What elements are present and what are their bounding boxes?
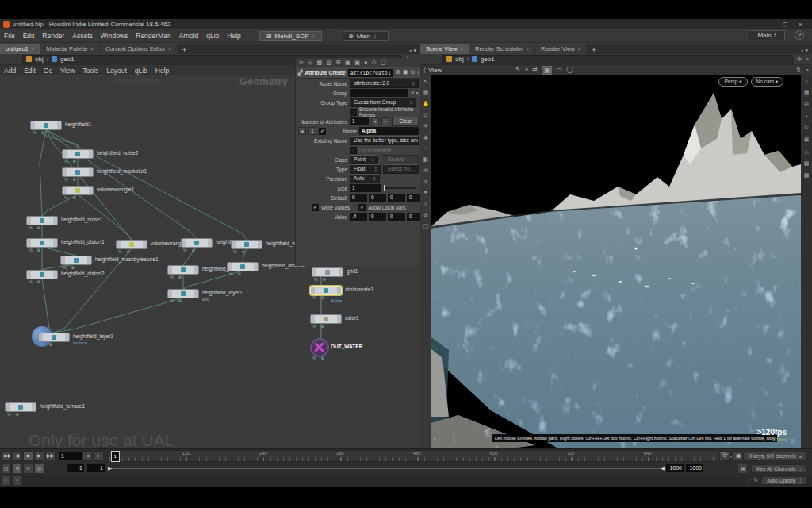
grid-icon[interactable]: ▦ bbox=[316, 59, 322, 67]
list-item[interactable]: ⌁ bbox=[424, 145, 427, 152]
maximize-button[interactable]: □ bbox=[783, 21, 787, 29]
list-item[interactable]: ↻ bbox=[804, 125, 809, 131]
pin-icon[interactable]: ✛ bbox=[796, 56, 802, 63]
list-item[interactable]: ◬ bbox=[423, 201, 427, 207]
pane-menu-icon[interactable]: ▪ ▾ bbox=[801, 47, 812, 54]
list-item[interactable]: ⊞ bbox=[804, 102, 809, 108]
list-item[interactable]: ⟲ bbox=[423, 167, 428, 174]
desktop-selector[interactable]: ⊞ Mehdi_SOP↕ bbox=[259, 31, 322, 41]
message-icon[interactable]: ▫ bbox=[12, 475, 22, 486]
attr-add-button[interactable]: + bbox=[371, 117, 379, 125]
encode-checkbox[interactable]: ✓ bbox=[350, 109, 357, 116]
move-tool-icon[interactable]: ⇄ bbox=[532, 66, 538, 75]
default-z-field[interactable]: 0 bbox=[388, 194, 405, 202]
play-reverse-button[interactable]: ◀ bbox=[12, 451, 22, 461]
list-item[interactable]: ⊙ bbox=[411, 69, 416, 77]
clear-button[interactable]: Clear bbox=[392, 117, 419, 126]
node-name-field[interactable]: attribcreate1 bbox=[348, 69, 393, 77]
value-y-field[interactable]: 0 bbox=[369, 213, 386, 221]
list-item[interactable]: Assets bbox=[68, 30, 97, 41]
node-color1[interactable]: color1% ⊕ bbox=[310, 314, 342, 324]
size-field[interactable]: 1 bbox=[350, 184, 381, 192]
local-variable-checkbox[interactable]: ✓ bbox=[350, 147, 357, 154]
node-heightfield_layer2[interactable]: heightfield_layer2% ⊕replace bbox=[38, 333, 70, 342]
list-item[interactable]: ◉ bbox=[423, 134, 428, 140]
list-item[interactable]: ▩ bbox=[804, 160, 810, 167]
select-tool-icon[interactable]: ↖ bbox=[515, 66, 521, 75]
cook-icon[interactable]: ◌ bbox=[747, 478, 750, 483]
prev-key-button[interactable]: ◂ bbox=[82, 451, 93, 461]
scene-viewport[interactable]: ↖▦✋⊙✛◉⌁◧⟲♒⚑◬⊕▢ ⌂▦⊞◔↻▣◬▩▦ bbox=[420, 75, 812, 448]
next-key-button[interactable]: ▸ bbox=[94, 451, 104, 461]
range-start-field[interactable]: 1 bbox=[67, 464, 84, 472]
node-heightfield1[interactable]: heightfield1% ⊕ bbox=[30, 121, 62, 130]
asset-name-dropdown[interactable]: attribcreate::2.0↕ bbox=[350, 79, 419, 88]
layout-icon[interactable]: ⇅ bbox=[795, 67, 801, 74]
node-heightfield_maskblur1[interactable]: heightfield_maskblur1% ⊕ bbox=[62, 167, 94, 177]
flag-yellow-icon[interactable]: ▣ bbox=[345, 59, 350, 67]
list-item[interactable]: ▦ bbox=[804, 90, 810, 96]
snapshot-icon[interactable]: ◔ bbox=[805, 56, 809, 63]
value-x-field[interactable]: .4 bbox=[350, 213, 367, 221]
playhead[interactable]: 1 bbox=[111, 451, 120, 462]
node-volumewrangle1[interactable]: volumewrangle1% ⊕ bbox=[62, 186, 94, 195]
default-y-field[interactable]: 0 bbox=[369, 194, 386, 202]
refresh-icon[interactable]: ↻ bbox=[753, 477, 758, 483]
list-item[interactable]: RenderMan bbox=[132, 30, 174, 41]
list-item[interactable]: ▦ bbox=[804, 172, 810, 179]
range-end-field-b[interactable]: 1000 bbox=[686, 464, 703, 472]
anim-options-icon[interactable]: ◎ bbox=[34, 464, 44, 474]
list-item[interactable]: ▦ bbox=[423, 90, 429, 96]
size-slider[interactable] bbox=[384, 187, 416, 189]
allow-local-vars-checkbox[interactable]: ✓ bbox=[358, 204, 366, 211]
go-to-end-button[interactable]: ▶▶ bbox=[45, 451, 56, 461]
list-item[interactable]: Help bbox=[223, 30, 244, 41]
list-item[interactable]: ⚙ bbox=[396, 69, 400, 77]
back-icon[interactable]: ← bbox=[3, 56, 10, 63]
lasso-tool-icon[interactable]: ⌖ bbox=[525, 66, 529, 75]
camera-select-button[interactable]: No cam ▾ bbox=[751, 77, 783, 87]
list-item[interactable]: Windows bbox=[97, 30, 132, 41]
node-heightfield_distort4[interactable]: heightfield_distort4% ⊕ bbox=[227, 262, 259, 271]
minimize-button[interactable]: — bbox=[764, 21, 772, 29]
keys-info-button[interactable]: 0 keys, 0/0 channels▴ bbox=[743, 452, 807, 461]
list-item[interactable]: ♒ bbox=[423, 179, 428, 185]
list-item[interactable]: Edit bbox=[20, 66, 40, 75]
list-item[interactable]: File bbox=[0, 30, 19, 41]
add-view-icon[interactable]: ⊞ bbox=[335, 59, 340, 67]
tab-material-palette[interactable]: Material Palette× bbox=[40, 44, 99, 54]
play-button[interactable]: ▶ bbox=[34, 451, 44, 461]
node-heightfield_maskbyfeature1[interactable]: heightfield_maskbyfeature1% ⊕ bbox=[60, 256, 92, 265]
desktop-main-dropdown[interactable]: ⊕ Main↕ bbox=[343, 31, 389, 41]
stop-button[interactable]: ■ bbox=[23, 451, 33, 461]
timeline-ruler[interactable]: 1 120 240 360 480 600 720 840 960 bbox=[109, 450, 719, 462]
snap-icon[interactable]: ✂ bbox=[299, 59, 304, 67]
new-tab-button[interactable]: + bbox=[178, 46, 191, 54]
tab-obj-geo1[interactable]: obj/geo1× bbox=[0, 44, 40, 54]
value-z-field[interactable]: 0 bbox=[388, 213, 405, 221]
handles-tool-icon[interactable]: ▣ bbox=[542, 66, 553, 75]
node-heightfield_noise4[interactable]: heightfield_noise4% ⊕ bbox=[231, 240, 262, 249]
attr-name-field[interactable]: Alpha bbox=[359, 127, 419, 135]
search-icon[interactable]: ⊙ bbox=[372, 59, 377, 67]
view-mode-label[interactable]: View bbox=[426, 67, 442, 74]
flag-blue-icon[interactable]: ▣ bbox=[354, 59, 360, 67]
default-x-field[interactable]: 0 bbox=[350, 194, 367, 202]
forward-icon[interactable]: → bbox=[13, 56, 19, 63]
node-attribcreate1[interactable]: attribcreate1% ⊕Alpha bbox=[310, 286, 342, 295]
range-start-field-b[interactable]: 1 bbox=[87, 464, 105, 472]
list-item[interactable]: ⌂ bbox=[805, 79, 808, 84]
tab-render-scheduler[interactable]: Render Scheduler× bbox=[469, 44, 534, 54]
list-item[interactable]: ⊙ bbox=[423, 112, 428, 118]
node-heightfield_noise1[interactable]: heightfield_noise1% ⊕ bbox=[26, 216, 58, 225]
help-icon[interactable]: ? bbox=[795, 30, 804, 40]
list-item[interactable]: ⊕ bbox=[423, 212, 428, 218]
list-item[interactable]: Edit bbox=[19, 30, 39, 41]
tab-scene-view[interactable]: Scene View× bbox=[420, 44, 469, 54]
list-item[interactable]: ⚑ bbox=[423, 190, 428, 196]
list-item[interactable]: ▣ bbox=[403, 69, 408, 77]
realtime-toggle-icon[interactable]: ◳ bbox=[1, 464, 11, 474]
group-select-icon[interactable]: ▸ bbox=[416, 90, 419, 96]
status-icon[interactable]: ▫ bbox=[1, 475, 11, 486]
persp-view-button[interactable]: Persp ▾ bbox=[718, 77, 747, 87]
